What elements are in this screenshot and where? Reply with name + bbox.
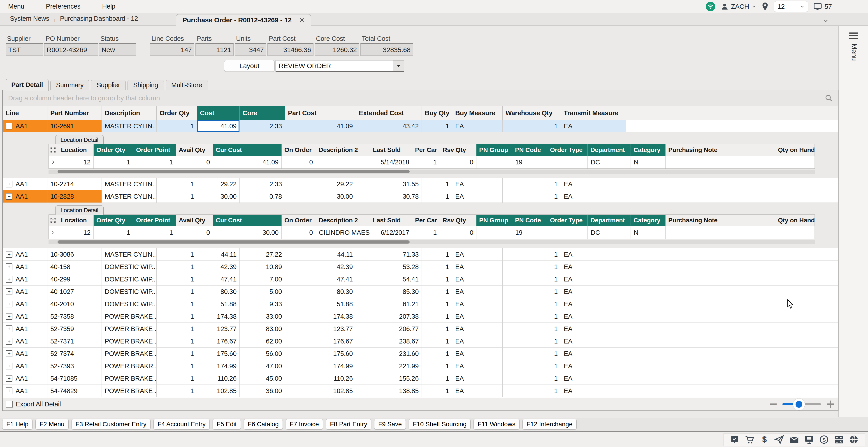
tab-shipping[interactable]: Shipping (127, 80, 164, 90)
column-header-order-point[interactable]: Order Point (133, 144, 176, 156)
column-header-pn-code[interactable]: PN Code (512, 144, 547, 156)
triangle-right-icon[interactable] (50, 230, 56, 235)
cell-buy-measure[interactable]: EA (452, 348, 503, 360)
cell-buy-measure[interactable]: EA (452, 335, 503, 347)
column-header-buy-qty[interactable]: Buy Qty (422, 106, 452, 120)
column-header-description-2[interactable]: Description 2 (316, 215, 370, 226)
cell-cost[interactable]: 175.60 (197, 348, 240, 360)
fkey-f3-retail-customer-entry[interactable]: F3 Retail Customer Entry (71, 419, 151, 429)
column-header-part-number[interactable]: Part Number (48, 106, 102, 120)
location-cell-qty-on-hand[interactable] (775, 156, 815, 169)
cell-warehouse-qty[interactable]: 1 (503, 372, 561, 384)
cell-buy-qty[interactable]: 1 (422, 323, 452, 335)
cell-description[interactable]: POWER BRAKE ... (102, 372, 157, 384)
cell-part-number[interactable]: 10-2828 (48, 191, 102, 203)
cell-cost[interactable]: 174.38 (197, 310, 240, 322)
location-cell-location[interactable]: 12 (58, 226, 94, 239)
cell-extended-cost[interactable]: 71.33 (356, 248, 422, 261)
location-row[interactable]: 1211030.000CILINDRO MAES...6/12/20171019… (49, 226, 815, 239)
cell-core[interactable]: 0.78 (240, 191, 285, 203)
cell-part-cost[interactable]: 44.11 (285, 248, 356, 261)
cell-order-qty[interactable]: 1 (157, 285, 197, 298)
cell-description[interactable]: POWER BRAKE ... (102, 335, 157, 347)
location-cell-per-car[interactable]: 1 (412, 156, 440, 169)
cell-core[interactable]: 5.00 (240, 285, 285, 298)
layout-select[interactable]: REVIEW ORDER (276, 60, 404, 72)
cell-core[interactable]: 47.00 (240, 360, 285, 372)
search-icon[interactable] (825, 94, 833, 102)
column-header-avail-qty[interactable]: Avail Qty (176, 144, 213, 156)
location-cell-pn-code[interactable]: 19 (512, 156, 547, 169)
location-cell-on-order[interactable]: 0 (282, 156, 316, 169)
column-header-purchasing-note[interactable]: Purchasing Note (665, 215, 775, 226)
cell-cost[interactable]: 30.00 (197, 191, 240, 203)
store-select[interactable]: 12 (774, 1, 808, 12)
column-header-warehouse-qty[interactable]: Warehouse Qty (503, 106, 561, 120)
cell-part-number[interactable]: 40-158 (48, 261, 102, 273)
cell-order-qty[interactable]: 1 (157, 191, 197, 203)
cell-part-number[interactable]: 54-71085 (48, 372, 102, 384)
cell-line[interactable]: −AA1 (3, 191, 48, 203)
cell-line[interactable]: +AA1 (3, 298, 48, 310)
fkey-f9-save[interactable]: F9 Save (374, 419, 406, 429)
group-by-bar[interactable]: Drag a column header here to group by th… (3, 90, 838, 106)
expand-row-icon[interactable]: + (6, 325, 12, 332)
cell-core[interactable]: 2.33 (240, 178, 285, 190)
cell-part-number[interactable]: 54-74829 (48, 385, 102, 397)
cell-buy-measure[interactable]: EA (452, 385, 503, 397)
tab-purchasing-dashboard[interactable]: Purchasing Dashboard - 12 (58, 15, 140, 26)
cell-part-number[interactable]: 10-2691 (48, 120, 102, 132)
column-header-core[interactable]: Core (240, 106, 285, 120)
part-row-52-7371[interactable]: +AA152-7371POWER BRAKE ...1176.6762.0017… (3, 335, 838, 348)
column-header-line[interactable]: Line (3, 106, 48, 120)
scrollbar-thumb[interactable] (58, 240, 410, 244)
cell-buy-qty[interactable]: 1 (422, 191, 452, 203)
cell-transmit-measure[interactable]: EA (561, 323, 626, 335)
globe-icon[interactable] (849, 435, 859, 445)
cell-cost[interactable]: 42.39 (197, 261, 240, 273)
cell-line[interactable]: −AA1 (3, 120, 48, 132)
fkey-f4-account-entry[interactable]: F4 Account Entry (153, 419, 210, 429)
cell-warehouse-qty[interactable]: 1 (503, 273, 561, 285)
tab-purchase-order[interactable]: Purchase Order - R0012-43269 - 12 ✕ (176, 14, 311, 26)
expand-row-icon[interactable]: + (6, 251, 12, 258)
cell-warehouse-qty[interactable]: 1 (503, 120, 561, 132)
zoom-slider[interactable] (782, 403, 821, 405)
cell-buy-measure[interactable]: EA (452, 178, 503, 190)
column-header-cur-cost[interactable]: Cur Cost (213, 144, 282, 156)
collapse-row-icon[interactable]: − (6, 123, 12, 130)
fkey-f10-shelf-sourcing[interactable]: F10 Shelf Sourcing (409, 419, 471, 429)
cell-transmit-measure[interactable]: EA (561, 310, 626, 322)
cell-core[interactable]: 7.00 (240, 273, 285, 285)
cell-part-number[interactable]: 52-7393 (48, 360, 102, 372)
cell-buy-qty[interactable]: 1 (422, 261, 452, 273)
column-header-category[interactable]: Category (631, 215, 665, 226)
part-row-54-71085[interactable]: +AA154-71085POWER BRAKE ...1110.2645.001… (3, 372, 838, 385)
cell-line[interactable]: +AA1 (3, 273, 48, 285)
cell-core[interactable]: 36.00 (240, 385, 285, 397)
cell-order-qty[interactable]: 1 (157, 323, 197, 335)
cell-transmit-measure[interactable]: EA (561, 248, 626, 261)
cell-warehouse-qty[interactable]: 1 (503, 385, 561, 397)
cell-buy-qty[interactable]: 1 (422, 335, 452, 347)
fkey-f5-edit[interactable]: F5 Edit (213, 419, 241, 429)
cell-transmit-measure[interactable]: EA (561, 261, 626, 273)
location-detail-tab[interactable]: Location Detail (55, 205, 103, 215)
cell-core[interactable]: 83.00 (240, 323, 285, 335)
cell-part-cost[interactable]: 102.85 (285, 385, 356, 397)
cell-warehouse-qty[interactable]: 1 (503, 261, 561, 273)
column-header-department[interactable]: Department (588, 144, 631, 156)
cell-description[interactable]: POWER BRAKE ... (102, 348, 157, 360)
cell-transmit-measure[interactable]: EA (561, 178, 626, 190)
cell-line[interactable]: +AA1 (3, 285, 48, 298)
fkey-f6-catalog[interactable]: F6 Catalog (244, 419, 283, 429)
cell-core[interactable]: 45.00 (240, 372, 285, 384)
cell-line[interactable]: +AA1 (3, 248, 48, 261)
corner-arrows-icon[interactable] (50, 217, 56, 224)
column-header-qty-on-hand[interactable]: Qty on Hand (775, 144, 815, 156)
cell-order-qty[interactable]: 1 (157, 385, 197, 397)
cell-buy-qty[interactable]: 1 (422, 348, 452, 360)
cell-buy-qty[interactable]: 1 (422, 285, 452, 298)
cell-description[interactable]: DOMESTIC WIP... (102, 285, 157, 298)
cell-core[interactable]: 27.22 (240, 248, 285, 261)
